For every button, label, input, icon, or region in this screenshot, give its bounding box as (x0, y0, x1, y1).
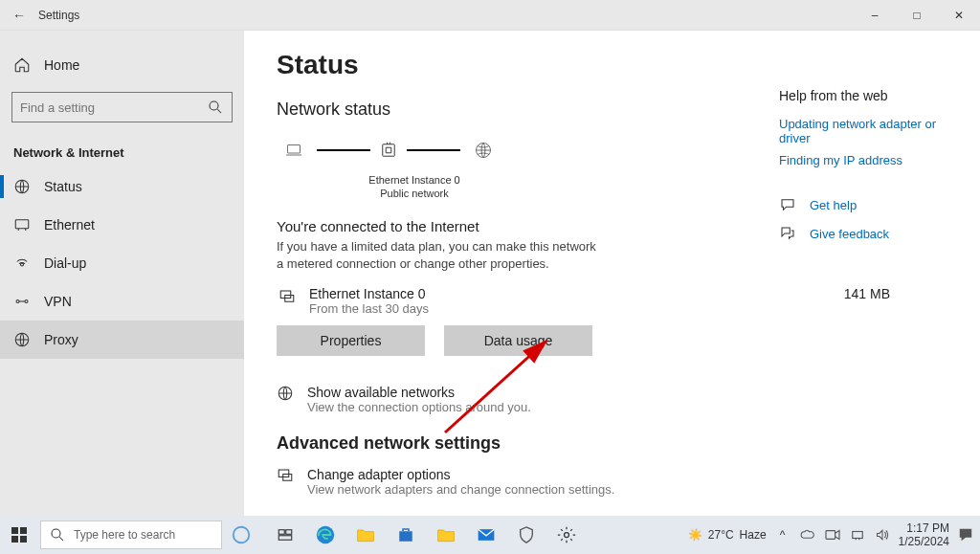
settings-icon[interactable] (547, 516, 586, 554)
settings-search[interactable] (11, 92, 233, 122)
sidebar-item-status[interactable]: Status (0, 167, 244, 206)
taskbar-search[interactable]: Type here to search (40, 521, 222, 549)
explorer-icon[interactable] (346, 516, 385, 554)
monitor-icon (277, 286, 298, 307)
svg-rect-31 (826, 531, 835, 540)
sidebar-item-vpn[interactable]: VPN (0, 282, 244, 321)
sidebar-home-label: Home (44, 57, 79, 73)
ethernet-icon (13, 216, 31, 233)
page-title: Status (277, 50, 947, 80)
system-tray: ☀️ 27°C Haze ^ 1:17 PM 1/25/2024 (688, 521, 980, 549)
svg-rect-13 (278, 470, 289, 477)
show-networks-link[interactable]: Show available networks View the connect… (277, 385, 947, 414)
security-icon[interactable] (507, 516, 546, 554)
help-link-update-adapter[interactable]: Updating network adapter or driver (779, 117, 961, 145)
network-sub: From the last 30 days (309, 301, 833, 316)
sidebar-item-ethernet[interactable]: Ethernet (0, 206, 244, 244)
svg-rect-21 (20, 536, 27, 543)
sidebar-item-label: Dial-up (44, 255, 86, 271)
svg-rect-24 (278, 530, 284, 535)
laptop-icon (277, 137, 311, 164)
sidebar-item-label: Ethernet (44, 217, 95, 233)
taskbar: Type here to search ☀️ 27°C Haze ^ 1:17 … (0, 516, 980, 554)
properties-button[interactable]: Properties (277, 325, 425, 356)
svg-point-23 (234, 527, 250, 543)
svg-rect-32 (852, 532, 862, 539)
svg-rect-28 (399, 531, 412, 542)
tray-volume-icon[interactable] (874, 526, 891, 543)
adapter-icon (376, 138, 401, 163)
svg-rect-25 (286, 530, 292, 535)
chat-icon (779, 196, 796, 213)
sidebar-item-label: Status (44, 179, 82, 194)
content-area: Status Network status Ethernet Instance … (244, 31, 980, 554)
svg-rect-20 (11, 536, 18, 543)
window-title: Settings (38, 9, 79, 22)
get-help-link[interactable]: Get help (779, 196, 961, 213)
svg-point-4 (16, 300, 19, 303)
adapter-options-icon (277, 467, 294, 484)
diagram-label: Ethernet Instance 0 Public network (357, 173, 472, 201)
help-heading: Help from the web (779, 88, 961, 103)
back-button[interactable]: ← (0, 8, 38, 23)
notifications-icon[interactable] (957, 526, 974, 543)
connected-description: If you have a limited data plan, you can… (277, 238, 602, 273)
store-icon[interactable] (387, 516, 425, 554)
give-feedback-link[interactable]: Give feedback (779, 225, 961, 242)
globe-outline-icon (277, 385, 294, 402)
search-icon (207, 99, 224, 116)
network-row: Ethernet Instance 0 From the last 30 day… (277, 286, 947, 316)
globe-icon (466, 133, 501, 167)
start-button[interactable] (0, 516, 38, 554)
svg-rect-26 (278, 536, 292, 541)
edge-icon[interactable] (306, 516, 345, 554)
svg-point-30 (565, 533, 569, 538)
network-name: Ethernet Instance 0 (309, 286, 833, 301)
taskbar-pinned (266, 516, 586, 554)
explorer2-icon[interactable] (427, 516, 465, 554)
svg-rect-8 (383, 144, 394, 156)
svg-point-22 (52, 529, 60, 538)
minimize-button[interactable]: – (854, 0, 896, 31)
taskbar-clock[interactable]: 1:17 PM 1/25/2024 (899, 521, 949, 549)
svg-point-3 (21, 263, 24, 266)
data-usage-button[interactable]: Data usage (444, 325, 592, 356)
close-button[interactable]: ✕ (938, 0, 980, 31)
sidebar-item-label: Proxy (44, 332, 78, 347)
settings-search-input[interactable] (20, 100, 207, 115)
weather-widget[interactable]: ☀️ 27°C Haze (688, 528, 767, 542)
sidebar-section-title: Network & Internet (0, 130, 244, 167)
svg-rect-2 (15, 220, 29, 229)
svg-rect-19 (20, 527, 27, 534)
task-view-button[interactable] (266, 516, 304, 554)
status-icon (13, 178, 31, 195)
network-usage: 141 MB (844, 286, 947, 301)
maximize-button[interactable]: □ (896, 0, 938, 31)
weather-icon: ☀️ (688, 528, 702, 542)
sidebar-home[interactable]: Home (0, 46, 244, 84)
tray-onedrive-icon[interactable] (799, 526, 816, 543)
cortana-icon[interactable] (222, 516, 260, 554)
home-icon (13, 56, 31, 74)
svg-point-0 (210, 101, 218, 110)
sidebar-item-label: VPN (44, 294, 72, 309)
tray-network-icon[interactable] (849, 526, 866, 543)
mail-icon[interactable] (467, 516, 505, 554)
dialup-icon (13, 255, 31, 272)
sidebar: Home Network & Internet Status (0, 31, 244, 554)
help-link-find-ip[interactable]: Finding my IP address (779, 153, 961, 167)
advanced-heading: Advanced network settings (277, 433, 947, 454)
sidebar-item-proxy[interactable]: Proxy (0, 321, 244, 359)
svg-point-5 (25, 300, 28, 303)
feedback-icon (779, 225, 796, 242)
sidebar-item-dialup[interactable]: Dial-up (0, 244, 244, 282)
titlebar: ← Settings – □ ✕ (0, 0, 980, 31)
tray-meet-icon[interactable] (824, 526, 841, 543)
change-adapter-link[interactable]: Change adapter options View network adap… (277, 467, 947, 497)
vpn-icon (13, 293, 31, 310)
tray-chevron-icon[interactable]: ^ (774, 526, 791, 543)
search-icon (49, 526, 66, 543)
svg-rect-7 (288, 145, 301, 154)
proxy-icon (13, 331, 31, 348)
help-panel: Help from the web Updating network adapt… (779, 88, 961, 254)
